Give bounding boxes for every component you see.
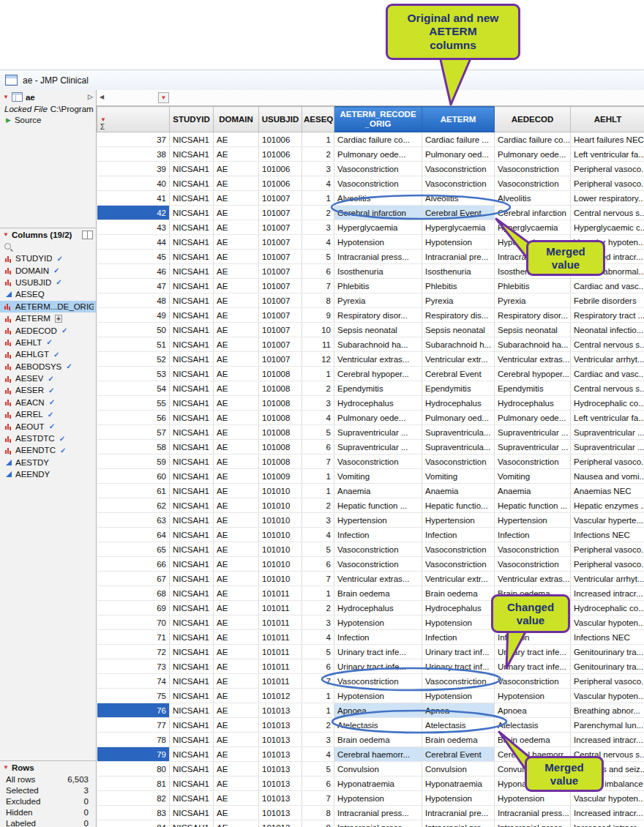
cell-aeterm[interactable]: Vasoconstriction [422,176,495,191]
cell-studyid[interactable]: NICSAH1 [170,308,214,323]
table-row[interactable]: 53NICSAH1AE1010081Cerebral hypoper...Cer… [97,367,644,381]
cell-studyid[interactable]: NICSAH1 [170,630,214,645]
row-number-cell[interactable]: 61 [97,484,170,498]
cell-aedecod[interactable]: Intracranial press... [495,820,571,827]
cell-studyid[interactable]: NICSAH1 [170,162,214,176]
columns-panel-header[interactable]: ▼ Columns (19/2) [0,228,96,241]
cell-usubjid[interactable]: 101010 [259,557,302,572]
cell-aehlt[interactable]: Peripheral vasoco... [571,674,644,689]
cell-studyid[interactable]: NICSAH1 [170,396,214,411]
cell-aeterm[interactable]: Supraventricula... [422,440,495,454]
row-number-cell[interactable]: 53 [97,367,170,381]
row-number-cell[interactable]: 83 [97,806,170,820]
cell-aeterm-recode-orig[interactable]: Vasoconstriction [334,454,422,469]
cell-studyid[interactable]: NICSAH1 [170,718,214,733]
cell-domain[interactable]: AE [214,250,259,264]
cell-usubjid[interactable]: 101011 [259,645,302,659]
cell-aeseq[interactable]: 4 [302,528,334,542]
cell-domain[interactable]: AE [214,557,259,572]
cell-aeterm-recode-orig[interactable]: Ventricular extras... [334,352,422,367]
cell-aeseq[interactable]: 6 [302,264,334,279]
cell-domain[interactable]: AE [214,425,259,440]
cell-aeterm-recode-orig[interactable]: Hydrocephalus [334,396,422,411]
row-number-cell[interactable]: 50 [97,323,170,337]
row-number-cell[interactable]: 56 [97,411,170,425]
cell-aeseq[interactable]: 7 [302,454,334,469]
cell-studyid[interactable]: NICSAH1 [170,323,214,337]
row-number-cell[interactable]: 62 [97,498,170,513]
row-number-cell[interactable]: 75 [97,689,170,703]
cell-aeseq[interactable]: 4 [302,747,334,762]
table-row[interactable]: 50NICSAH1AE10100710Sepsis neonatalSepsis… [97,323,644,337]
cell-aehlt[interactable]: Lower respiratory... [571,191,644,206]
cell-aeseq[interactable]: 11 [302,337,334,352]
cell-domain[interactable]: AE [214,206,259,220]
cell-domain[interactable]: AE [214,440,259,454]
cell-aeseq[interactable]: 10 [302,323,334,337]
cell-studyid[interactable]: NICSAH1 [170,601,214,615]
table-row[interactable]: 62NICSAH1AE1010102Hepatic function ...He… [97,498,644,513]
cell-aehlt[interactable]: Breathing abnor... [571,703,644,718]
cell-aehlt[interactable]: Parenchymal lun... [571,718,644,733]
cell-usubjid[interactable]: 101013 [259,806,302,820]
row-number-cell[interactable]: 59 [97,454,170,469]
row-number-cell[interactable]: 80 [97,762,170,777]
cell-domain[interactable]: AE [214,689,259,703]
table-row[interactable]: 51NICSAH1AE10100711Subarachnoid ha...Sub… [97,337,644,352]
cell-usubjid[interactable]: 101007 [259,352,302,367]
cell-aeterm-recode-orig[interactable]: Vasoconstriction [334,557,422,572]
cell-aedecod[interactable]: Cardiac failure co... [495,132,571,147]
cell-studyid[interactable]: NICSAH1 [170,132,214,147]
cell-usubjid[interactable]: 101011 [259,659,302,674]
cell-aeterm-recode-orig[interactable]: Hypotension [334,689,422,703]
cell-aeterm[interactable]: Vomiting [422,469,495,484]
column-list-item[interactable]: AESTDY [0,457,96,468]
cell-aeterm[interactable]: Intracranial pre... [422,806,495,820]
cell-aeterm-recode-orig[interactable]: Hyponatraemia [334,777,422,791]
cell-studyid[interactable]: NICSAH1 [170,293,214,308]
cell-aeseq[interactable]: 7 [302,279,334,293]
cell-domain[interactable]: AE [214,396,259,411]
row-number-cell[interactable]: 63 [97,513,170,528]
table-row[interactable]: 48NICSAH1AE1010078PyrexiaPyrexiaPyrexiaF… [97,293,644,308]
cell-aeterm-recode-orig[interactable]: Hydrocephalus [334,601,422,615]
cell-domain[interactable]: AE [214,132,259,147]
cell-usubjid[interactable]: 101006 [259,176,302,191]
cell-studyid[interactable]: NICSAH1 [170,484,214,498]
cell-domain[interactable]: AE [214,733,259,747]
cell-domain[interactable]: AE [214,293,259,308]
table-row[interactable]: 73NICSAH1AE1010116Urinary tract infe...U… [97,659,644,674]
cell-usubjid[interactable]: 101008 [259,367,302,381]
cell-aehlt[interactable]: Genitourinary tra... [571,645,644,659]
table-row[interactable]: 37NICSAH1AE1010061Cardiac failure co...C… [97,132,644,147]
row-number-cell[interactable]: 82 [97,791,170,806]
cell-aehlt[interactable]: Neonatal infectio... [571,323,644,337]
cell-domain[interactable]: AE [214,337,259,352]
cell-usubjid[interactable]: 101007 [259,279,302,293]
cell-domain[interactable]: AE [214,381,259,396]
cell-aeseq[interactable]: 5 [302,645,334,659]
cell-aeterm-recode-orig[interactable]: Cerebral infarction [334,206,422,220]
cell-aeseq[interactable]: 4 [302,630,334,645]
cell-aehlt[interactable]: Cardiac and vasc... [571,279,644,293]
cell-aeterm[interactable]: Hydrocephalus [422,601,495,615]
cell-domain[interactable]: AE [214,806,259,820]
cell-domain[interactable]: AE [214,323,259,337]
column-header-aeseq[interactable]: AESEQ [302,107,334,132]
cell-usubjid[interactable]: 101008 [259,440,302,454]
cell-aeseq[interactable]: 5 [302,250,334,264]
cell-aeseq[interactable]: 6 [302,777,334,791]
cell-aehlt[interactable]: Vascular hypoten... [571,791,644,806]
cell-studyid[interactable]: NICSAH1 [170,689,214,703]
cell-domain[interactable]: AE [214,703,259,718]
cell-aeterm[interactable]: Vasoconstriction [422,454,495,469]
cell-aeterm[interactable]: Brain oedema [422,586,495,601]
cell-aeterm-recode-orig[interactable]: Intracranial press... [334,806,422,820]
cell-aeterm[interactable]: Intracranial pre... [422,250,495,264]
cell-aeterm[interactable]: Hypotension [422,235,495,250]
cell-aeseq[interactable]: 1 [302,191,334,206]
row-number-cell[interactable]: 67 [97,572,170,586]
cell-aehlt[interactable]: Anaemias NEC [571,484,644,498]
cell-usubjid[interactable]: 101009 [259,469,302,484]
cell-domain[interactable]: AE [214,264,259,279]
